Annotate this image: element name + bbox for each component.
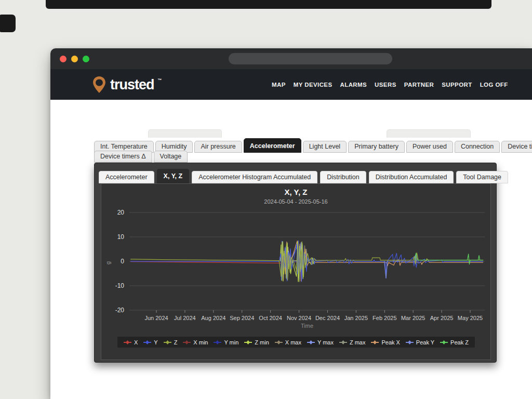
nav-item-support[interactable]: SUPPORT (442, 82, 472, 88)
legend-label: Y (154, 339, 157, 345)
y-tick-label: 0 (121, 258, 124, 265)
x-tick-label: Jan 2025 (344, 315, 368, 321)
nav-item-partner[interactable]: PARTNER (404, 82, 434, 88)
legend-marker-icon (406, 340, 414, 345)
legend-marker-icon (143, 340, 151, 345)
legend-item-x[interactable]: X (124, 339, 138, 345)
legend-item-peak-y[interactable]: Peak Y (406, 339, 434, 345)
legend-item-peak-x[interactable]: Peak X (371, 339, 400, 345)
legend-marker-icon (183, 340, 191, 345)
tab-connection[interactable]: Connection (455, 141, 500, 153)
subtab-distribution-accumulated[interactable]: Distribution Accumulated (369, 171, 454, 183)
background-top-bar-fragment (46, 0, 491, 9)
legend-label: X max (285, 339, 301, 345)
legend-item-y-min[interactable]: Y min (214, 339, 238, 345)
tab-power-used[interactable]: Power used (406, 141, 453, 153)
y-tick-label: 10 (117, 233, 125, 241)
legend-label: Z (174, 339, 178, 345)
legend-label: Peak Y (416, 339, 434, 345)
nav-item-my-devices[interactable]: MY DEVICES (294, 82, 332, 88)
nav-item-alarms[interactable]: ALARMS (340, 82, 367, 88)
tab-air-pressure[interactable]: Air pressure (194, 141, 242, 153)
chart-title: X, Y, Z (101, 188, 490, 196)
browser-titlebar (50, 48, 532, 69)
tab-light-level[interactable]: Light Level (303, 141, 347, 153)
brand-logo[interactable]: trusted™ (91, 75, 162, 95)
y-tick-label: -20 (115, 307, 125, 314)
tab-device-timers[interactable]: Device timers (501, 141, 532, 153)
legend-item-y-max[interactable]: Y max (307, 339, 334, 345)
browser-window: trusted™ MAPMY DEVICESALARMSUSERSPARTNER… (50, 48, 532, 399)
location-pin-icon (91, 75, 107, 95)
legend-label: Z min (255, 339, 269, 345)
traffic-lights (60, 56, 89, 62)
legend-item-z-max[interactable]: Z max (339, 339, 366, 345)
legend-marker-icon (124, 340, 131, 345)
subtab-accelerometer[interactable]: Accelerometer (99, 171, 154, 183)
x-tick-label: Apr 2025 (430, 315, 454, 321)
x-tick-label: Jul 2024 (174, 315, 196, 321)
chart-subtabs: AccelerometerX, Y, ZAccelerometer Histog… (99, 169, 508, 183)
legend-marker-icon (275, 340, 283, 345)
x-tick-label: May 2025 (458, 315, 483, 321)
legend-item-x-min[interactable]: X min (183, 339, 208, 345)
legend-marker-icon (244, 340, 252, 345)
legend-marker-icon (440, 340, 448, 345)
legend-label: Peak X (381, 339, 400, 345)
tab-voltage[interactable]: Voltage (154, 151, 188, 163)
accelerometer-panel: AccelerometerX, Y, ZAccelerometer Histog… (94, 163, 497, 363)
x-tick-label: Dec 2024 (315, 315, 340, 321)
x-tick-label: Mar 2025 (401, 315, 425, 321)
legend-marker-icon (307, 340, 315, 345)
x-tick-label: Jun 2024 (144, 315, 168, 321)
legend-label: Z max (350, 339, 366, 345)
legend-item-z[interactable]: Z (164, 339, 178, 345)
zoom-window-button[interactable] (83, 56, 89, 62)
y-tick-label: -10 (115, 282, 125, 289)
legend-item-y[interactable]: Y (143, 339, 157, 345)
page-content: Int. TemperatureHumidityAir pressureAcce… (50, 100, 532, 399)
legend-marker-icon (371, 340, 379, 345)
minimize-window-button[interactable] (71, 56, 78, 62)
x-tick-label: Oct 2024 (259, 315, 282, 321)
ghost-tab (148, 129, 222, 138)
xyz-line-chart: 20100-10-20Jun 2024Jul 2024Aug 2024Sep 2… (101, 184, 491, 361)
chart-date-range: 2024-05-04 - 2025-05-16 (101, 198, 490, 205)
legend-label: Y max (317, 339, 334, 345)
nav-item-users[interactable]: USERS (375, 82, 396, 88)
nav-menu: MAPMY DEVICESALARMSUSERSPARTNERSUPPORTLO… (272, 69, 508, 100)
legend-label: X min (193, 339, 208, 345)
nav-item-log-off[interactable]: LOG OFF (480, 82, 508, 88)
x-tick-label: Sep 2024 (230, 315, 254, 321)
x-tick-label: Aug 2024 (201, 315, 225, 321)
tab-primary-battery[interactable]: Primary battery (348, 141, 405, 153)
y-tick-label: 20 (117, 209, 125, 216)
tab-device-timers-[interactable]: Device timers Δ (94, 151, 152, 163)
y-axis-label: g (105, 261, 111, 264)
legend-label: Y min (224, 339, 238, 345)
legend-item-z-min[interactable]: Z min (244, 339, 269, 345)
subtab-accelerometer-histogram-accumulated[interactable]: Accelerometer Histogram Accumulated (192, 171, 317, 183)
chart-legend: XYZX minY minZ minX maxY maxZ maxPeak XP… (117, 337, 475, 348)
legend-item-peak-z[interactable]: Peak Z (440, 339, 469, 345)
brand-name: trusted (110, 77, 154, 93)
legend-item-x-max[interactable]: X max (275, 339, 301, 345)
ghost-tab (387, 129, 471, 138)
legend-marker-icon (339, 340, 347, 345)
x-tick-label: Feb 2025 (373, 315, 396, 321)
legend-marker-icon (214, 340, 221, 345)
chart-area: 20100-10-20Jun 2024Jul 2024Aug 2024Sep 2… (101, 183, 491, 360)
subtab-x-y-z[interactable]: X, Y, Z (157, 169, 190, 183)
legend-marker-icon (164, 340, 171, 345)
background-corner-fragment (0, 15, 16, 32)
app-navbar: trusted™ MAPMY DEVICESALARMSUSERSPARTNER… (50, 69, 532, 100)
nav-item-map[interactable]: MAP (272, 82, 286, 88)
brand-trademark: ™ (158, 78, 162, 83)
sensor-tabs-row-2: Device timers ΔVoltage (94, 151, 188, 163)
close-window-button[interactable] (60, 56, 66, 62)
address-bar[interactable] (229, 53, 392, 64)
legend-label: Peak Z (450, 339, 469, 345)
subtab-distribution[interactable]: Distribution (320, 171, 366, 183)
tab-accelerometer[interactable]: Accelerometer (244, 138, 301, 153)
subtab-tool-damage[interactable]: Tool Damage (456, 171, 508, 183)
